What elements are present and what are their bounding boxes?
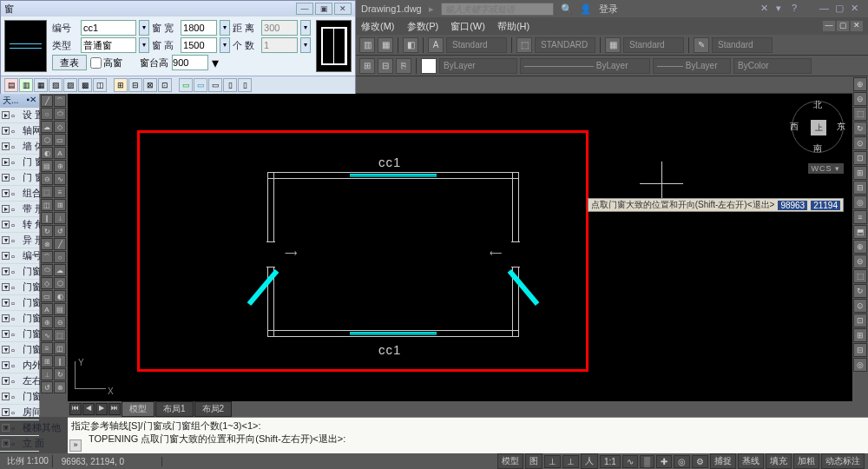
draw-tool-icon[interactable]: ↻ [54, 368, 66, 380]
app-max-icon[interactable]: ▢ [835, 3, 847, 15]
draw-tool-icon[interactable]: ◫ [54, 342, 66, 354]
sill-dd[interactable]: ▾ [212, 55, 219, 71]
draw-tool-icon[interactable]: ○ [54, 251, 66, 263]
sidebar-item[interactable]: ▸▫带 形 窗 [0, 201, 39, 217]
sidebar-item[interactable]: ▾▫左右翻转 [0, 373, 39, 389]
menu-modify[interactable]: 修改(M) [361, 20, 395, 33]
text-style-icon[interactable]: A [428, 37, 444, 53]
sidebar-item[interactable]: ▾▫门窗工具 [0, 389, 39, 405]
draw-tool-icon[interactable]: ⊗ [41, 238, 53, 250]
tb-icon-11[interactable]: ⊡ [158, 78, 172, 92]
sidebar-item[interactable]: ▾▫组合门窗 [0, 186, 39, 201]
draw-tool-icon[interactable]: ◇ [54, 121, 66, 133]
nav-tool-icon[interactable]: ⬚ [853, 269, 867, 283]
sidebar-item[interactable]: ▾▫立 面 [0, 436, 39, 452]
sidebar-item[interactable]: ▾▫楼梯其他 [0, 420, 39, 436]
tab-layout2[interactable]: 布局2 [194, 401, 233, 417]
status-btn[interactable]: ⚙ [692, 455, 708, 468]
linetype-select[interactable]: ———————— ByLayer [520, 58, 650, 74]
draw-tool-icon[interactable]: ⬭ [41, 264, 53, 276]
tab-model[interactable]: 模型 [122, 401, 155, 417]
doc-min-icon[interactable]: — [823, 21, 835, 31]
dim-style-icon[interactable]: ⬚ [516, 37, 532, 53]
tb-icon-9[interactable]: ⊟ [128, 78, 142, 92]
sidebar-item[interactable]: ▾▫房间屋顶 [0, 405, 39, 420]
status-scale[interactable]: 比例 1:100 [3, 455, 53, 467]
drawing-canvas[interactable]: ⟶ ⟵ cc1 cc1 点取门窗大致的位置和开向(Shift-左右开)<退出> … [68, 94, 852, 401]
text-style-select[interactable]: Standard [446, 37, 507, 53]
nav-tool-icon[interactable]: ⊡ [853, 151, 867, 165]
nav-tool-icon[interactable]: ↻ [853, 284, 867, 298]
draw-tool-icon[interactable]: ╱ [41, 95, 53, 107]
nav-tool-icon[interactable]: ⊡ [853, 314, 867, 327]
tb-icon-12[interactable]: ▭ [179, 78, 193, 92]
command-line[interactable]: 指定参考轴线[S]/门窗或门窗组个数(1~3)<1>: TOPENING 点取门… [68, 417, 868, 453]
draw-tool-icon[interactable]: ▭ [54, 134, 66, 146]
rb-icon[interactable]: ▦ [378, 37, 393, 53]
draw-tool-icon[interactable]: ⟂ [41, 368, 53, 380]
sidebar-item[interactable]: ▾▫内外翻转 [0, 358, 39, 373]
nav-tool-icon[interactable]: ⊞ [853, 166, 867, 180]
status-toggle[interactable]: 动态标注 [821, 453, 865, 469]
sidebar-item[interactable]: ▾▫门窗归整 [0, 327, 39, 342]
sidebar-item[interactable]: ▾▫门窗检查 [0, 280, 39, 295]
sidebar-item[interactable]: ▾▫轴网柱子 [0, 123, 39, 139]
width-dd[interactable]: ▾ [220, 20, 230, 36]
draw-tool-icon[interactable]: ▤ [41, 160, 53, 172]
nav-tool-icon[interactable]: ◎ [853, 358, 867, 372]
color-swatch-icon[interactable] [421, 58, 437, 74]
login-link[interactable]: 登录 [599, 3, 618, 16]
search-icon[interactable]: 🔍 [561, 3, 573, 15]
status-toggle[interactable]: 基线 [738, 453, 764, 469]
status-toggle[interactable]: 捕捉 [710, 453, 736, 469]
draw-tool-icon[interactable]: ⌒ [41, 251, 53, 263]
doc-close-icon[interactable]: ✕ [851, 21, 863, 31]
draw-tool-icon[interactable]: A [41, 303, 53, 315]
draw-tool-icon[interactable]: ⊞ [41, 355, 53, 367]
status-btn[interactable]: 人 [581, 453, 598, 469]
draw-tool-icon[interactable]: ◐ [41, 147, 53, 159]
help-dd-icon[interactable]: ▾ [776, 3, 788, 15]
draw-tool-icon[interactable]: ⬡ [54, 277, 66, 289]
dialog-close-btn[interactable]: ✕ [334, 3, 352, 15]
sill-input[interactable] [172, 55, 208, 70]
draw-tool-icon[interactable]: ◐ [54, 290, 66, 302]
lookup-button[interactable]: 查表 [52, 55, 87, 70]
ml-style-select[interactable]: Standard [712, 37, 773, 53]
plotcolor-select[interactable]: ByColor [733, 58, 812, 74]
tb-icon-6[interactable]: ▩ [78, 78, 92, 92]
number-dd[interactable]: ▾ [139, 20, 149, 36]
tb-icon-8[interactable]: ⊞ [114, 78, 128, 92]
nav-tool-icon[interactable]: ⊙ [853, 299, 867, 313]
draw-tool-icon[interactable]: ⊖ [41, 173, 53, 185]
status-btn[interactable]: ✚ [656, 455, 672, 468]
nav-tool-icon[interactable]: ⊞ [853, 328, 867, 342]
draw-tool-icon[interactable]: ◫ [41, 199, 53, 211]
draw-tool-icon[interactable]: ○ [41, 108, 53, 120]
nav-tool-icon[interactable]: ⊕ [853, 240, 867, 254]
draw-tool-icon[interactable]: ╱ [54, 238, 66, 250]
sidebar-item[interactable]: ▾▫异 形 洞 [0, 233, 39, 248]
doc-max-icon[interactable]: ▢ [837, 21, 849, 31]
status-btn[interactable]: ⊥ [544, 455, 561, 468]
tb-icon-15[interactable]: ▯ [223, 78, 237, 92]
search-input[interactable] [441, 3, 554, 16]
table-style-icon[interactable]: ▦ [605, 37, 621, 53]
tab-prev-icon[interactable]: ◀ [82, 403, 95, 415]
type-input[interactable] [81, 37, 136, 53]
nav-tool-icon[interactable]: ⊟ [853, 181, 867, 195]
sidebar-item[interactable]: ▾▫门窗编号 [0, 264, 39, 280]
status-toggle[interactable]: 填充 [766, 453, 792, 469]
tb-icon-2[interactable]: ▥ [19, 78, 33, 92]
status-btn[interactable]: 1:1 [600, 455, 621, 468]
app-min-icon[interactable]: — [819, 3, 832, 15]
draw-tool-icon[interactable]: ↺ [41, 381, 53, 393]
sidebar-item[interactable]: ▸▫门 窗 [0, 155, 39, 170]
app-close-icon[interactable]: ✕ [851, 3, 863, 15]
color-select[interactable]: ByLayer [439, 58, 517, 74]
user-icon[interactable]: 👤 [580, 3, 592, 15]
menu-params[interactable]: 参数(P) [407, 20, 439, 33]
draw-tool-icon[interactable]: ▭ [41, 290, 53, 302]
draw-tool-icon[interactable]: ☁ [41, 121, 53, 133]
draw-tool-icon[interactable]: ⌒ [54, 95, 66, 107]
